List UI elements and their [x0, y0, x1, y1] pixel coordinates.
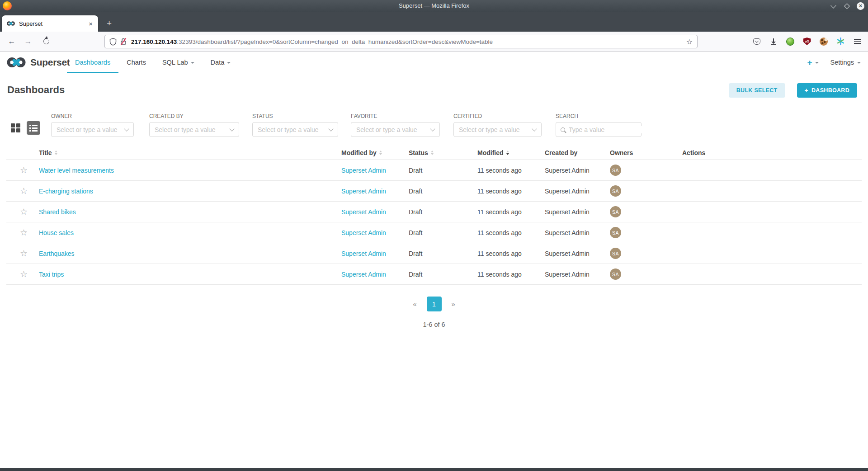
owner-select[interactable]: Select or type a value	[51, 122, 134, 137]
pagination: « 1 »	[0, 297, 868, 311]
column-header-modified[interactable]: Modified	[477, 149, 545, 156]
modified-text: 11 seconds ago	[477, 188, 545, 195]
status-text: Draft	[409, 271, 477, 278]
bulk-select-button[interactable]: BULK SELECT	[729, 83, 785, 98]
column-header-status[interactable]: Status	[409, 149, 477, 156]
url-text[interactable]: 217.160.120.143:32393/dashboard/list/?pa…	[131, 38, 683, 45]
owner-avatar: SA	[610, 248, 621, 259]
pagination-page-1[interactable]: 1	[427, 297, 442, 311]
modified-text: 11 seconds ago	[477, 167, 545, 174]
nav-item-charts[interactable]: Charts	[118, 52, 154, 73]
downloads-button[interactable]	[769, 37, 778, 46]
dashboard-title-link[interactable]: Earthquakes	[39, 250, 75, 257]
created-by-text: Superset Admin	[545, 167, 610, 174]
dashboard-title-link[interactable]: E-charging stations	[39, 188, 93, 195]
insecure-lock-icon[interactable]	[120, 38, 127, 46]
modified-by-link[interactable]: Superset Admin	[341, 250, 386, 257]
chevron-down-icon	[124, 126, 129, 131]
favorite-star-icon[interactable]: ☆	[20, 228, 28, 237]
dashboard-title-link[interactable]: Shared bikes	[39, 208, 76, 216]
extension-star-button[interactable]	[836, 37, 845, 46]
modified-by-link[interactable]: Superset Admin	[341, 271, 386, 278]
os-titlebar: Superset — Mozilla Firefox ×	[0, 0, 868, 12]
card-view-toggle[interactable]	[9, 122, 22, 135]
dashboard-title-link[interactable]: House sales	[39, 229, 74, 236]
caret-down-icon	[191, 62, 194, 64]
new-dashboard-button[interactable]: + DASHBOARD	[797, 83, 857, 98]
pagination-next[interactable]: »	[452, 300, 455, 308]
favorite-star-icon[interactable]: ☆	[20, 249, 28, 258]
window-title: Superset — Mozilla Firefox	[0, 0, 868, 12]
maximize-icon	[844, 3, 850, 9]
ublock-shield-icon: uO	[803, 38, 811, 45]
new-item-menu[interactable]: +	[807, 58, 818, 67]
extension-green-button[interactable]	[786, 37, 795, 46]
pocket-button[interactable]	[752, 37, 761, 46]
dashboard-title-link[interactable]: Taxi trips	[39, 271, 64, 278]
window-maximize-button[interactable]	[843, 2, 851, 10]
favorite-star-icon[interactable]: ☆	[20, 165, 28, 175]
cookie-icon	[820, 38, 828, 46]
forward-button[interactable]: →	[21, 32, 35, 51]
chevron-down-icon	[430, 126, 435, 131]
tab-close-icon[interactable]: ×	[88, 20, 94, 28]
column-header-owners: Owners	[610, 149, 682, 156]
nav-item-dashboards[interactable]: Dashboards	[67, 52, 118, 73]
nav-item-sql-lab[interactable]: SQL Lab	[154, 52, 203, 73]
chevron-down-icon	[328, 126, 333, 131]
cookie-extension-button[interactable]	[819, 37, 828, 46]
window-minimize-button[interactable]	[830, 2, 837, 10]
owner-avatar: SA	[610, 165, 621, 176]
modified-by-link[interactable]: Superset Admin	[341, 167, 386, 174]
dashboard-title-link[interactable]: Water level measurements	[39, 167, 114, 174]
settings-menu[interactable]: Settings	[830, 59, 861, 66]
status-text: Draft	[409, 250, 477, 257]
certified-select[interactable]: Select or type a value	[453, 122, 542, 137]
table-header-row: Title Modified by Status Modified Create…	[6, 146, 862, 160]
url-path: :32393/dashboard/list/?pageIndex=0&sortC…	[177, 38, 493, 45]
table-row: ☆ Shared bikes Superset Admin Draft 11 s…	[6, 202, 862, 222]
modified-by-link[interactable]: Superset Admin	[341, 208, 386, 216]
modified-by-link[interactable]: Superset Admin	[341, 229, 386, 236]
shield-icon[interactable]	[109, 38, 117, 46]
filter-label: STATUS	[252, 113, 338, 119]
sort-carets-icon	[506, 151, 509, 155]
list-view-toggle[interactable]	[27, 121, 40, 135]
browser-tab-superset[interactable]: Superset ×	[2, 15, 98, 32]
dashboards-table: Title Modified by Status Modified Create…	[6, 146, 862, 285]
status-text: Draft	[409, 208, 477, 216]
modified-text: 11 seconds ago	[477, 250, 545, 257]
new-tab-button[interactable]: +	[107, 19, 112, 28]
back-button[interactable]: ←	[5, 32, 19, 51]
favorite-star-icon[interactable]: ☆	[20, 207, 28, 217]
filter-label: CERTIFIED	[453, 113, 542, 119]
created-by-text: Superset Admin	[545, 208, 610, 216]
created-by-select[interactable]: Select or type a value	[149, 122, 239, 137]
favorite-star-icon[interactable]: ☆	[20, 269, 28, 279]
reload-button[interactable]	[39, 32, 53, 51]
window-close-button[interactable]: ×	[857, 2, 864, 10]
starburst-icon	[837, 38, 844, 45]
owner-avatar: SA	[610, 206, 621, 217]
superset-infinity-icon	[6, 57, 27, 68]
column-header-modified-by[interactable]: Modified by	[341, 149, 409, 156]
browser-tab-bar: Superset × +	[0, 12, 868, 32]
pagination-prev[interactable]: «	[413, 300, 416, 308]
table-row: ☆ E-charging stations Superset Admin Dra…	[6, 181, 862, 202]
column-header-title[interactable]: Title	[39, 149, 341, 156]
url-bar[interactable]: 217.160.120.143:32393/dashboard/list/?pa…	[104, 35, 698, 48]
bookmark-star-icon[interactable]: ☆	[686, 38, 693, 46]
owner-avatar: SA	[610, 185, 621, 197]
filter-label: OWNER	[51, 113, 134, 119]
owner-avatar: SA	[610, 268, 621, 280]
superset-logo[interactable]: Superset	[6, 52, 70, 73]
ublock-button[interactable]: uO	[802, 37, 811, 46]
plus-icon: +	[805, 87, 808, 94]
nav-item-data[interactable]: Data	[203, 52, 239, 73]
modified-by-link[interactable]: Superset Admin	[341, 188, 386, 195]
status-select[interactable]: Select or type a value	[252, 122, 338, 137]
favorite-star-icon[interactable]: ☆	[20, 186, 28, 196]
menu-button[interactable]	[853, 37, 862, 46]
favorite-select[interactable]: Select or type a value	[351, 122, 440, 137]
search-input[interactable]	[569, 126, 651, 133]
